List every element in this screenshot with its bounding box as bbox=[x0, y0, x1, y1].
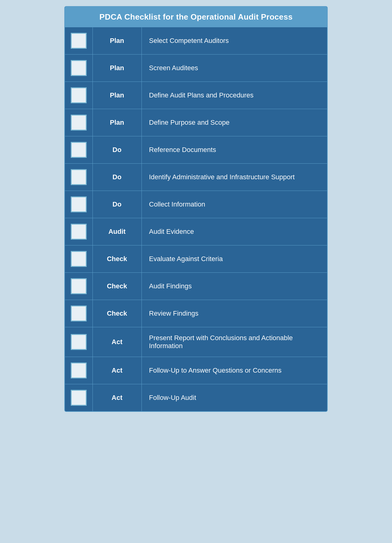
description-cell: Present Report with Conclusions and Acti… bbox=[141, 327, 327, 357]
checkbox[interactable] bbox=[71, 251, 87, 267]
phase-cell: Plan bbox=[92, 82, 141, 109]
description-cell: Review Findings bbox=[141, 300, 327, 327]
description-cell: Collect Information bbox=[141, 191, 327, 218]
table-row: DoCollect Information bbox=[65, 191, 327, 218]
phase-cell: Audit bbox=[92, 218, 141, 245]
description-cell: Follow-Up Audit bbox=[141, 384, 327, 412]
table-row: PlanDefine Purpose and Scope bbox=[65, 109, 327, 136]
phase-cell: Do bbox=[92, 191, 141, 218]
phase-cell: Act bbox=[92, 327, 141, 357]
table-row: ActFollow-Up to Answer Questions or Conc… bbox=[65, 357, 327, 384]
checkbox[interactable] bbox=[71, 87, 87, 103]
table-row: ActPresent Report with Conclusions and A… bbox=[65, 327, 327, 357]
phase-cell: Check bbox=[92, 273, 141, 300]
table-row: PlanSelect Competent Auditors bbox=[65, 27, 327, 55]
description-cell: Define Audit Plans and Procedures bbox=[141, 82, 327, 109]
phase-cell: Check bbox=[92, 300, 141, 327]
phase-cell: Plan bbox=[92, 109, 141, 136]
phase-cell: Act bbox=[92, 357, 141, 384]
checkbox[interactable] bbox=[71, 306, 87, 321]
checkbox[interactable] bbox=[71, 196, 87, 212]
checkbox[interactable] bbox=[71, 390, 87, 406]
checkbox-cell[interactable] bbox=[65, 245, 92, 273]
checkbox[interactable] bbox=[71, 334, 87, 350]
table-row: DoIdentify Administrative and Infrastruc… bbox=[65, 164, 327, 191]
table-row: DoReference Documents bbox=[65, 136, 327, 164]
checklist-table: PlanSelect Competent AuditorsPlanScreen … bbox=[65, 27, 327, 411]
checkbox[interactable] bbox=[71, 224, 87, 240]
checkbox-cell[interactable] bbox=[65, 136, 92, 164]
table-row: CheckEvaluate Against Criteria bbox=[65, 245, 327, 273]
table-row: AuditAudit Evidence bbox=[65, 218, 327, 245]
phase-cell: Act bbox=[92, 384, 141, 412]
checkbox-cell[interactable] bbox=[65, 273, 92, 300]
checkbox-cell[interactable] bbox=[65, 164, 92, 191]
table-row: PlanDefine Audit Plans and Procedures bbox=[65, 82, 327, 109]
checkbox[interactable] bbox=[71, 169, 87, 185]
checkbox-cell[interactable] bbox=[65, 300, 92, 327]
checkbox-cell[interactable] bbox=[65, 384, 92, 412]
checkbox[interactable] bbox=[71, 363, 87, 378]
checkbox-cell[interactable] bbox=[65, 109, 92, 136]
description-cell: Evaluate Against Criteria bbox=[141, 245, 327, 273]
phase-cell: Do bbox=[92, 164, 141, 191]
description-cell: Identify Administrative and Infrastructu… bbox=[141, 164, 327, 191]
checkbox[interactable] bbox=[71, 33, 87, 49]
table-row: ActFollow-Up Audit bbox=[65, 384, 327, 412]
page-title: PDCA Checklist for the Operational Audit… bbox=[100, 12, 293, 21]
description-cell: Define Purpose and Scope bbox=[141, 109, 327, 136]
checkbox[interactable] bbox=[71, 278, 87, 294]
description-cell: Screen Auditees bbox=[141, 55, 327, 82]
description-cell: Select Competent Auditors bbox=[141, 27, 327, 55]
checkbox-cell[interactable] bbox=[65, 191, 92, 218]
checkbox-cell[interactable] bbox=[65, 27, 92, 55]
phase-cell: Plan bbox=[92, 27, 141, 55]
table-row: CheckReview Findings bbox=[65, 300, 327, 327]
checkbox[interactable] bbox=[71, 142, 87, 158]
checkbox-cell[interactable] bbox=[65, 55, 92, 82]
header: PDCA Checklist for the Operational Audit… bbox=[65, 7, 327, 27]
checkbox[interactable] bbox=[71, 115, 87, 131]
description-cell: Audit Evidence bbox=[141, 218, 327, 245]
table-row: CheckAudit Findings bbox=[65, 273, 327, 300]
checkbox-cell[interactable] bbox=[65, 218, 92, 245]
description-cell: Reference Documents bbox=[141, 136, 327, 164]
checkbox[interactable] bbox=[71, 60, 87, 76]
phase-cell: Check bbox=[92, 245, 141, 273]
table-row: PlanScreen Auditees bbox=[65, 55, 327, 82]
checkbox-cell[interactable] bbox=[65, 327, 92, 357]
checklist-container: PDCA Checklist for the Operational Audit… bbox=[64, 6, 328, 412]
description-cell: Follow-Up to Answer Questions or Concern… bbox=[141, 357, 327, 384]
description-cell: Audit Findings bbox=[141, 273, 327, 300]
phase-cell: Plan bbox=[92, 55, 141, 82]
checkbox-cell[interactable] bbox=[65, 82, 92, 109]
checkbox-cell[interactable] bbox=[65, 357, 92, 384]
phase-cell: Do bbox=[92, 136, 141, 164]
